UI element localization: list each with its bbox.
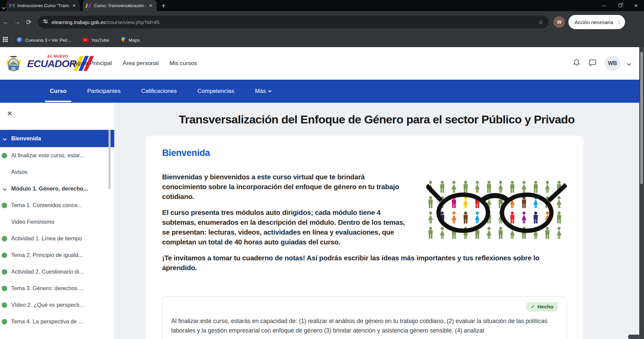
sidebar-item-avisos[interactable]: Avisos [0, 164, 114, 180]
new-tab-button[interactable]: + [161, 2, 165, 10]
course-title: Transversalización del Enfoque de Género… [114, 112, 639, 127]
window-controls: — ✕ [596, 0, 644, 11]
ecuador-coat-of-arms [4, 53, 23, 74]
sidebar-item-al-finalizar[interactable]: Al finalizar este curso, estar... [0, 147, 114, 164]
browser-profile-avatar[interactable]: W [553, 16, 565, 28]
tab-close-icon[interactable]: ✕ [72, 3, 77, 8]
course-index-drawer: ✕ Bienvenida Al finalizar este curso, es… [0, 103, 114, 339]
completion-dot [2, 253, 7, 258]
url-domain[interactable]: elearning.trabajo.gob.ec [52, 19, 106, 25]
completion-dot [2, 319, 7, 324]
browser-toolbar: ← → ⟳ elearning.trabajo.gob.ec /course/v… [0, 11, 644, 33]
course-nav-bar: Curso Participantes Calificaciones Compe… [0, 80, 644, 103]
site-info-icon[interactable] [43, 19, 48, 25]
address-bar[interactable]: elearning.trabajo.gob.ec /course/view.ph… [38, 16, 549, 28]
completion-dot [2, 286, 7, 291]
page-scrollbar[interactable] [639, 47, 644, 339]
notifications-bell-icon[interactable] [572, 58, 581, 68]
activity-description: Al finalizar este curso, estarás en capa… [171, 316, 558, 335]
sidebar-item-actividad-1[interactable]: Actividad 1. Línea de tiempo [0, 230, 114, 247]
bookmarks-bar: Cuevana 3 • Ver Pelí... YouTube Maps [0, 33, 644, 47]
sidebar-item-tema-2[interactable]: Tema 2. Principio de iguald... [0, 247, 114, 263]
completion-dot [2, 269, 7, 275]
bookmark-maps[interactable]: Maps [121, 37, 140, 43]
browser-menu-icon[interactable]: ⋮ [617, 19, 622, 25]
tab-close-icon[interactable]: ✕ [148, 3, 153, 8]
bookmark-cuevana[interactable]: Cuevana 3 • Ver Pelí... [17, 37, 71, 43]
tab-title: Instrucciones Curso "Transversal [17, 3, 69, 8]
tab-participantes[interactable]: Participantes [82, 80, 125, 103]
sidebar-item-video-feminismo[interactable]: Video Feminismo [0, 214, 114, 230]
action-needed-label: Acción necesaria [574, 19, 613, 25]
done-label: Hecho [538, 304, 553, 310]
brand-name: ECUADOR [27, 58, 76, 69]
bookmark-label: YouTube [91, 38, 109, 43]
section-heading: Bienvenida [162, 148, 567, 158]
course-index-list: Bienvenida Al finalizar este curso, esta… [0, 130, 114, 330]
activity-card: ✓ Hecho Al finalizar este curso, estarás… [162, 296, 567, 339]
gender-lens-illustration [426, 180, 567, 243]
drawer-close-icon[interactable]: ✕ [7, 110, 13, 117]
tab-competencias[interactable]: Competencias [193, 80, 239, 103]
bookmark-youtube[interactable]: YouTube [83, 38, 109, 43]
page-scrollbar-thumb[interactable] [640, 52, 643, 184]
tab-curso[interactable]: Curso [45, 80, 71, 103]
tab-calificaciones[interactable]: Calificaciones [136, 80, 181, 103]
bottom-right-widget [628, 335, 640, 339]
completion-dot [2, 203, 7, 208]
sidebar-item-tema-4[interactable]: Tema 4. La perspectiva de ... [0, 313, 114, 330]
maps-pin-icon [121, 37, 126, 43]
course-section-card: Bienvenida Bienvenidas y bienvenidos a e… [146, 136, 583, 339]
tab-mas[interactable]: Más [250, 80, 276, 103]
sidebar-item-tema-1[interactable]: Tema 1. Contenidos conce... [0, 197, 114, 214]
apps-grid-icon[interactable] [3, 37, 8, 43]
sidebar-item-video-2[interactable]: VIdeo 2. ¿Qué es perspecti... [0, 297, 114, 313]
messages-chat-icon[interactable] [588, 58, 597, 68]
completion-dot [2, 236, 7, 241]
bookmark-star-icon[interactable]: ☆ [538, 19, 543, 26]
tab-title: Curso: Transversalización del En [94, 3, 145, 8]
user-avatar[interactable]: WB [605, 56, 620, 71]
reload-icon[interactable]: ⟳ [23, 18, 35, 26]
sidebar-item-actividad-2[interactable]: Actividad 2. Cuestionario di... [0, 263, 114, 280]
bookmarks-separator [11, 37, 12, 43]
completion-dot [2, 153, 7, 158]
course-site-favicon [86, 4, 91, 8]
site-nav: Página Principal Área personal Mis curso… [70, 47, 197, 80]
completion-dot [2, 302, 7, 308]
youtube-icon [83, 38, 89, 42]
back-icon[interactable]: ← [0, 18, 12, 26]
tab-search-chevron-icon[interactable] [2, 4, 5, 10]
done-badge[interactable]: ✓ Hecho [526, 302, 558, 312]
sidebar-section-modulo-1[interactable]: Módulo 1. Género, derecho... [0, 180, 114, 197]
main-content: Transversalización del Enfoque de Género… [114, 103, 639, 339]
gmail-icon [9, 4, 15, 8]
bookmark-label: Maps [129, 38, 140, 43]
action-needed-button[interactable]: Acción necesaria ⋮ [568, 15, 625, 29]
window-maximize-button[interactable] [612, 0, 628, 11]
browser-tab-instrucciones[interactable]: Instrucciones Curso "Transversal ✕ [6, 0, 80, 11]
drawer-scrollbar[interactable] [109, 129, 111, 189]
browser-titlebar: Instrucciones Curso "Transversal ✕ Curso… [0, 0, 644, 11]
check-icon: ✓ [531, 304, 535, 310]
nav-mis-cursos[interactable]: Mis cursos [170, 60, 197, 67]
nav-area-personal[interactable]: Área personal [123, 60, 159, 67]
header-user-area: WB [572, 47, 630, 80]
bookmark-label: Cuevana 3 • Ver Pelí... [25, 38, 71, 43]
url-path[interactable]: /course/view.php?id=45 [106, 19, 159, 25]
sidebar-item-tema-3[interactable]: Tema 3. Género: derechos ... [0, 280, 114, 297]
site-header: EL NUEVO ECUADOR Página Principal Área p… [0, 47, 644, 80]
nav-pagina-principal[interactable]: Página Principal [70, 60, 112, 67]
window-minimize-button[interactable]: — [596, 0, 612, 11]
window-close-button[interactable]: ✕ [628, 0, 644, 11]
cuevana-icon [17, 37, 22, 43]
browser-tab-curso[interactable]: Curso: Transversalización del En ✕ [83, 0, 157, 11]
welcome-paragraph: ¡Te invitamos a tomar tu cuaderno de not… [162, 253, 567, 273]
user-menu-chevron-icon[interactable] [628, 60, 630, 66]
sidebar-section-bienvenida[interactable]: Bienvenida [0, 130, 114, 147]
forward-icon[interactable]: → [12, 18, 23, 26]
